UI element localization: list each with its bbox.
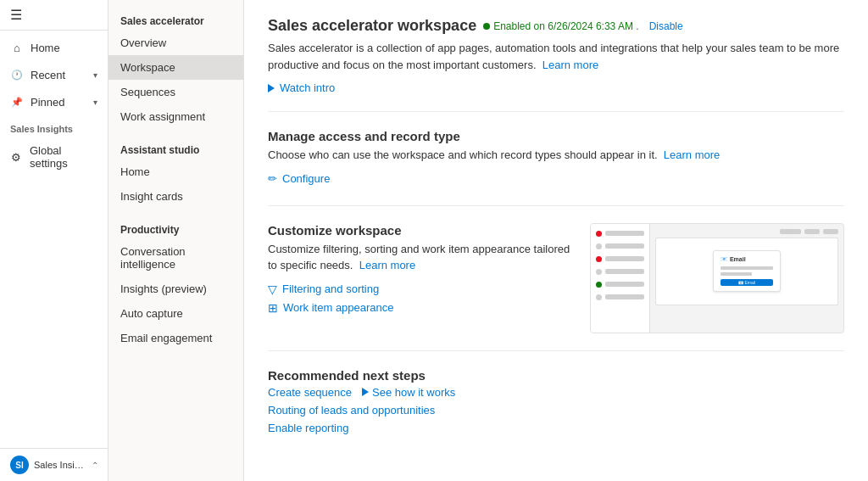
watch-intro-button[interactable]: Watch intro (268, 81, 844, 94)
page-header: Sales accelerator workspace Enabled on 6… (268, 17, 844, 35)
nav-item-email-engagement[interactable]: Email engagement (108, 326, 243, 350)
recent-icon: 🕐 (10, 68, 24, 81)
manage-access-title: Manage access and record type (268, 129, 844, 143)
bottom-bar[interactable]: SI Sales Insights sett... ⌃ (0, 448, 108, 481)
global-settings-icon: ⚙ (10, 150, 23, 164)
customize-content: Customize workspace Customize filtering,… (268, 223, 573, 320)
next-steps-list: Create sequence See how it works Routing… (268, 386, 844, 434)
middle-navigation: Sales accelerator Overview Workspace Seq… (108, 0, 244, 481)
sales-insights-section-label: Sales Insights (0, 115, 108, 137)
pinned-icon: 📌 (10, 95, 24, 109)
divider-2 (268, 205, 844, 206)
bottom-bar-chevron: ⌃ (92, 461, 98, 470)
nav-item-insight-cards[interactable]: Insight cards (108, 184, 243, 209)
manage-access-section: Manage access and record type Choose who… (268, 129, 844, 185)
sidebar-item-global-settings[interactable]: ⚙ Global settings (0, 137, 108, 176)
sidebar-global-settings-label: Global settings (30, 144, 97, 170)
sidebar-recent-label: Recent (31, 69, 65, 81)
nav-item-conversation-intelligence[interactable]: Conversation intelligence (108, 239, 243, 277)
preview-list (591, 224, 650, 333)
sidebar-item-recent[interactable]: 🕐 Recent ▾ (0, 61, 108, 88)
sidebar-home-label: Home (31, 42, 60, 54)
disable-link[interactable]: Disable (649, 20, 683, 32)
sidebar-item-pinned[interactable]: 📌 Pinned ▾ (0, 88, 108, 115)
nav-item-overview[interactable]: Overview (108, 31, 243, 55)
work-item-icon: ⊞ (268, 301, 278, 315)
main-content: Sales accelerator workspace Enabled on 6… (244, 0, 868, 481)
manage-access-desc: Choose who can use the workspace and whi… (268, 147, 844, 164)
assistant-studio-section: Assistant studio (108, 136, 243, 159)
next-step-row-2: Routing of leads and opportunities (268, 404, 844, 417)
status-dot-icon (483, 23, 490, 30)
see-how-label: See how it works (372, 386, 455, 399)
nav-item-insights-preview[interactable]: Insights (preview) (108, 277, 243, 301)
see-how-link[interactable]: See how it works (362, 386, 455, 399)
filtering-sorting-link[interactable]: ▽ Filtering and sorting (268, 282, 573, 296)
enable-reporting-link[interactable]: Enable reporting (268, 422, 348, 434)
customize-workspace-section: Customize workspace Customize filtering,… (268, 223, 844, 333)
nav-item-work-assignment[interactable]: Work assignment (108, 104, 243, 129)
recommended-next-steps-section: Recommended next steps Create sequence S… (268, 368, 844, 434)
see-how-play-icon (362, 388, 369, 396)
page-title: Sales accelerator workspace (268, 17, 476, 35)
hamburger-icon[interactable]: ☰ (10, 7, 97, 23)
status-badge: Enabled on 6/26/2024 6:33 AM . (483, 20, 638, 32)
customize-learn-more[interactable]: Learn more (359, 259, 415, 271)
work-item-label: Work item appearance (283, 301, 394, 314)
configure-label: Configure (282, 172, 330, 185)
configure-button[interactable]: ✏ Configure (268, 172, 844, 185)
next-step-row-3: Enable reporting (268, 422, 844, 434)
email-preview-card: 📧 Email 📧 Email (713, 250, 781, 292)
productivity-section: Productivity (108, 215, 243, 239)
avatar: SI (10, 456, 29, 474)
create-sequence-link[interactable]: Create sequence (268, 386, 352, 399)
description-learn-more-link[interactable]: Learn more (542, 59, 598, 71)
workspace-preview: 📧 Email 📧 Email (590, 223, 844, 333)
preview-main: 📧 Email 📧 Email (650, 224, 843, 333)
play-icon (268, 84, 275, 92)
divider-3 (268, 350, 844, 351)
recent-chevron: ▾ (93, 70, 97, 80)
next-step-row-1: Create sequence See how it works (268, 386, 844, 399)
home-icon: ⌂ (10, 41, 24, 54)
filter-icon: ▽ (268, 282, 277, 296)
bottom-bar-label: Sales Insights sett... (34, 460, 86, 470)
nav-item-assistant-home[interactable]: Home (108, 159, 243, 184)
work-item-appearance-link[interactable]: ⊞ Work item appearance (268, 301, 573, 315)
pencil-icon: ✏ (268, 172, 277, 185)
status-text: Enabled on 6/26/2024 6:33 AM . (493, 20, 638, 32)
nav-item-workspace[interactable]: Workspace (108, 55, 243, 80)
customize-title: Customize workspace (268, 223, 573, 238)
nav-item-auto-capture[interactable]: Auto capture (108, 301, 243, 326)
sales-accelerator-section: Sales accelerator (108, 7, 243, 31)
filtering-sorting-label: Filtering and sorting (282, 282, 379, 295)
routing-link[interactable]: Routing of leads and opportunities (268, 404, 435, 417)
manage-access-learn-more[interactable]: Learn more (664, 148, 720, 161)
page-description: Sales accelerator is a collection of app… (268, 40, 844, 73)
nav-item-sequences[interactable]: Sequences (108, 80, 243, 104)
sidebar-item-home[interactable]: ⌂ Home (0, 34, 108, 61)
pinned-chevron: ▾ (93, 98, 97, 107)
divider-1 (268, 111, 844, 112)
recommended-title: Recommended next steps (268, 368, 844, 383)
watch-intro-label: Watch intro (280, 81, 335, 94)
sidebar-pinned-label: Pinned (31, 96, 64, 109)
customize-desc: Customize filtering, sorting and work it… (268, 241, 573, 274)
left-navigation: ☰ ⌂ Home 🕐 Recent ▾ 📌 Pinned ▾ Sales Ins… (0, 0, 108, 481)
